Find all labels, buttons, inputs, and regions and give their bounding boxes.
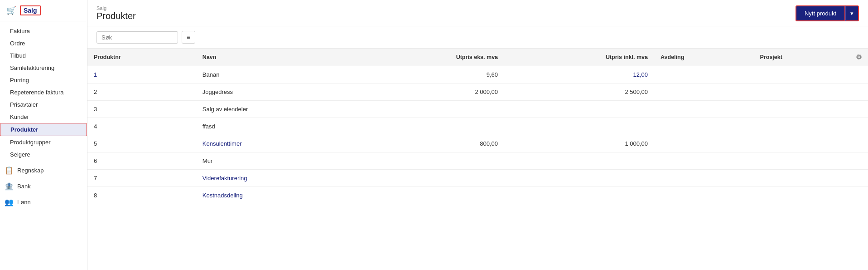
cell-utpris-inkl-3 <box>504 118 654 135</box>
sidebar-item-kunder[interactable]: Kunder <box>0 111 87 123</box>
new-product-dropdown-button[interactable]: ▾ <box>845 5 859 21</box>
sidebar-item-repeterende-faktura[interactable]: Repeterende faktura <box>0 86 87 98</box>
regnskap-icon: 📋 <box>5 166 14 175</box>
sidebar-item-purring[interactable]: Purring <box>0 74 87 86</box>
table-row: 4ffasd <box>87 118 868 135</box>
cell-settings-7 <box>849 187 868 204</box>
cell-settings-3 <box>849 118 868 135</box>
link-produktnr-0[interactable]: 1 <box>94 71 97 78</box>
cell-utpris-eks-6 <box>355 170 504 187</box>
cell-produktnr-0[interactable]: 1 <box>87 66 196 83</box>
table-body: 1Banan9,6012,002Joggedress2 000,002 500,… <box>87 66 868 204</box>
link-navn-7[interactable]: Kostnadsdeling <box>203 192 243 199</box>
cell-settings-5 <box>849 152 868 170</box>
table-header: ProduktnrNavnUtpris eks. mvaUtpris inkl.… <box>87 49 868 66</box>
col-prosjekt: Prosjekt <box>754 49 849 66</box>
main-header: Salg Produkter Nytt produkt ▾ <box>87 0 868 26</box>
sidebar-item-faktura[interactable]: Faktura <box>0 25 87 37</box>
cell-avdeling-1 <box>654 83 754 101</box>
link-navn-4[interactable]: Konsulenttimer <box>203 140 242 147</box>
cell-navn-7[interactable]: Kostnadsdeling <box>196 187 355 204</box>
cell-navn-6[interactable]: Viderefakturering <box>196 170 355 187</box>
breadcrumb-title: Salg Produkter <box>96 5 136 21</box>
table-row: 2Joggedress2 000,002 500,00 <box>87 83 868 101</box>
link-pris-inkl-0[interactable]: 12,00 <box>511 71 648 78</box>
sidebar-category-label-lonn: Lønn <box>17 199 31 206</box>
sidebar-item-prisavtaler[interactable]: Prisavtaler <box>0 98 87 111</box>
cell-utpris-eks-3 <box>355 118 504 135</box>
col-avdeling: Avdeling <box>654 49 754 66</box>
cell-settings-1 <box>849 83 868 101</box>
settings-icon[interactable]: ⚙ <box>856 53 862 61</box>
cell-produktnr-4: 5 <box>87 135 196 152</box>
sidebar-category-label-bank: Bank <box>17 183 31 190</box>
cell-navn-3: ffasd <box>196 118 355 135</box>
cell-utpris-inkl-0: 12,00 <box>504 66 654 83</box>
sidebar: 🛒 Salg FakturaOrdreTilbudSamlefakturerin… <box>0 0 87 270</box>
sidebar-category-regnskap[interactable]: 📋Regnskap <box>0 162 87 177</box>
cell-avdeling-7 <box>654 187 754 204</box>
cart-icon: 🛒 <box>6 5 16 15</box>
cell-produktnr-3: 4 <box>87 118 196 135</box>
cell-produktnr-5: 6 <box>87 152 196 170</box>
cell-prosjekt-6 <box>754 170 849 187</box>
cell-produktnr-1: 2 <box>87 83 196 101</box>
cell-prosjekt-2 <box>754 101 849 118</box>
sidebar-category-bank[interactable]: 🏦Bank <box>0 177 87 193</box>
table-row: 7Viderefakturering <box>87 170 868 187</box>
cell-utpris-inkl-2 <box>504 101 654 118</box>
table-row: 3Salg av eiendeler <box>87 101 868 118</box>
sidebar-item-samlefakturering[interactable]: Samlefakturering <box>0 62 87 74</box>
col-settings[interactable]: ⚙ <box>849 49 868 66</box>
cell-utpris-eks-4: 800,00 <box>355 135 504 152</box>
col-produktnr: Produktnr <box>87 49 196 66</box>
cell-utpris-inkl-4: 1 000,00 <box>504 135 654 152</box>
sidebar-category-label-regnskap: Regnskap <box>17 167 44 174</box>
sidebar-category-lonn[interactable]: 👥Lønn <box>0 193 87 209</box>
sidebar-header[interactable]: 🛒 Salg <box>0 0 87 21</box>
sidebar-salg-section: FakturaOrdreTilbudSamlefaktureringPurrin… <box>0 25 87 161</box>
cell-utpris-eks-1: 2 000,00 <box>355 83 504 101</box>
cell-navn-4[interactable]: Konsulenttimer <box>196 135 355 152</box>
filter-button[interactable]: ≡ <box>182 31 195 44</box>
cell-utpris-eks-0: 9,60 <box>355 66 504 83</box>
cell-prosjekt-7 <box>754 187 849 204</box>
col-utpris_inkl_mva: Utpris inkl. mva <box>504 49 654 66</box>
sidebar-item-produkter[interactable]: Produkter <box>0 123 87 136</box>
products-table: ProduktnrNavnUtpris eks. mvaUtpris inkl.… <box>87 49 868 204</box>
table-container: ProduktnrNavnUtpris eks. mvaUtpris inkl.… <box>87 49 868 270</box>
table-row: 1Banan9,6012,00 <box>87 66 868 83</box>
cell-navn-2: Salg av eiendeler <box>196 101 355 118</box>
search-input[interactable] <box>96 31 178 44</box>
cell-avdeling-3 <box>654 118 754 135</box>
sidebar-item-tilbud[interactable]: Tilbud <box>0 49 87 62</box>
toolbar: ≡ <box>87 26 868 49</box>
cell-utpris-eks-7 <box>355 187 504 204</box>
table-row: 6Mur <box>87 152 868 170</box>
cell-avdeling-2 <box>654 101 754 118</box>
cell-produktnr-6: 7 <box>87 170 196 187</box>
link-navn-6[interactable]: Viderefakturering <box>203 175 247 182</box>
cell-prosjekt-1 <box>754 83 849 101</box>
sidebar-item-produktgrupper[interactable]: Produktgrupper <box>0 136 87 148</box>
table-header-row: ProduktnrNavnUtpris eks. mvaUtpris inkl.… <box>87 49 868 66</box>
cell-settings-4 <box>849 135 868 152</box>
table-row: 5Konsulenttimer800,001 000,00 <box>87 135 868 152</box>
cell-utpris-eks-2 <box>355 101 504 118</box>
cell-navn-5: Mur <box>196 152 355 170</box>
sidebar-item-ordre[interactable]: Ordre <box>0 37 87 49</box>
page-title: Produkter <box>96 11 136 21</box>
cell-produktnr-2: 3 <box>87 101 196 118</box>
main-content: Salg Produkter Nytt produkt ▾ ≡ Produktn… <box>87 0 868 270</box>
bank-icon: 🏦 <box>5 182 14 191</box>
sidebar-item-selgere[interactable]: Selgere <box>0 148 87 161</box>
cell-prosjekt-0 <box>754 66 849 83</box>
cell-utpris-eks-5 <box>355 152 504 170</box>
new-product-button[interactable]: Nytt produkt <box>796 5 845 21</box>
cell-avdeling-6 <box>654 170 754 187</box>
breadcrumb: Salg <box>96 5 136 11</box>
sidebar-header-label[interactable]: Salg <box>20 5 41 15</box>
cell-settings-2 <box>849 101 868 118</box>
lonn-icon: 👥 <box>5 198 14 206</box>
cell-utpris-inkl-5 <box>504 152 654 170</box>
